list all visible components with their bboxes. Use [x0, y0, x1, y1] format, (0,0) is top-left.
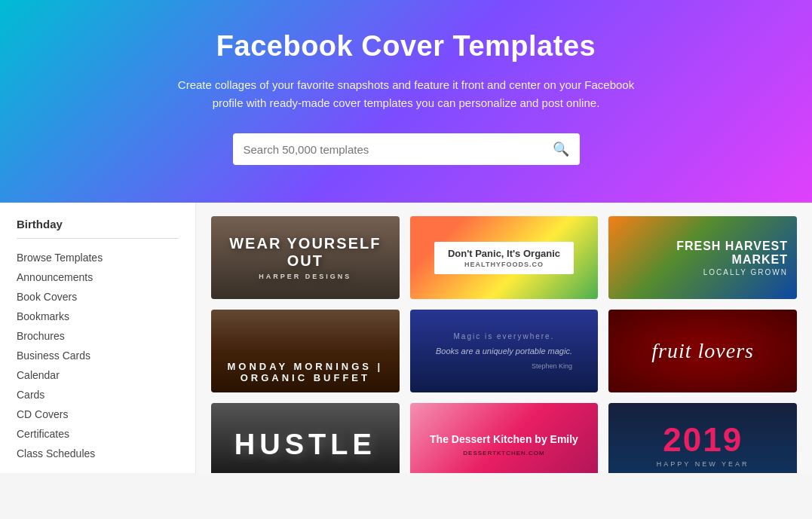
sidebar-item-cd-covers[interactable]: CD Covers — [17, 405, 179, 424]
page-title: Facebook Cover Templates — [15, 30, 797, 63]
template-card-hustle-text: HUSTLE — [234, 429, 376, 461]
template-card-fruit-lovers[interactable]: fruit lovers — [608, 310, 797, 392]
main-layout: Birthday Browse Templates Announcements … — [0, 203, 812, 473]
template-card-newyear-year: 2019 — [663, 421, 743, 459]
template-card-fashion-text: WEAR YOURSELF OUT HARPER DESIGNS — [211, 235, 400, 280]
sidebar-item-calendar[interactable]: Calendar — [17, 365, 179, 385]
template-card-newyear[interactable]: 2019 HAPPY NEW YEAR — [608, 403, 797, 473]
template-card-dessert-sub: DESSERTKTCHEN.COM — [463, 450, 544, 456]
sidebar-item-bookmarks[interactable]: Bookmarks — [17, 307, 179, 326]
sidebar-divider — [17, 238, 179, 239]
sidebar-item-business-cards[interactable]: Business Cards — [17, 346, 179, 365]
template-card-organic-text: Don't Panic, It's Organic HEALTHYFOODS.C… — [434, 242, 574, 274]
sidebar-item-class-schedules[interactable]: Class Schedules — [17, 444, 179, 463]
template-card-hustle[interactable]: HUSTLE — [211, 403, 400, 473]
template-card-market[interactable]: FRESH HARVEST MARKET LOCALLY GROWN — [608, 216, 797, 299]
template-card-quote-text: Books are a uniquely portable magic. — [436, 345, 572, 358]
search-input[interactable] — [244, 143, 553, 156]
search-icon[interactable]: 🔍 — [553, 141, 569, 157]
sidebar-item-announcements[interactable]: Announcements — [17, 267, 179, 287]
template-card-organic[interactable]: Don't Panic, It's Organic HEALTHYFOODS.C… — [410, 216, 599, 299]
template-card-fashion[interactable]: WEAR YOURSELF OUT HARPER DESIGNS — [211, 216, 400, 299]
template-card-buffet[interactable]: MONDAY MORNINGS | ORGANIC BUFFET — [211, 310, 400, 392]
template-card-market-text: FRESH HARVEST MARKET LOCALLY GROWN — [617, 240, 788, 276]
template-card-buffet-text: MONDAY MORNINGS | ORGANIC BUFFET — [211, 361, 400, 383]
template-card-newyear-sub: HAPPY NEW YEAR — [657, 460, 749, 468]
sidebar-item-cards[interactable]: Cards — [17, 385, 179, 405]
sidebar-item-certificates[interactable]: Certificates — [17, 424, 179, 444]
sidebar-item-book-covers[interactable]: Book Covers — [17, 287, 179, 307]
template-card-quote-attr: Stephen King — [436, 362, 572, 370]
sidebar-category-title: Birthday — [17, 218, 179, 230]
template-card-dessert[interactable]: The Dessert Kitchen by Emily DESSERTKTCH… — [410, 403, 599, 473]
page-subtitle: Create collages of your favorite snapsho… — [165, 76, 648, 112]
page-header: Facebook Cover Templates Create collages… — [0, 0, 812, 203]
template-card-books-quote[interactable]: Magic is everywhere. Books are a uniquel… — [410, 310, 599, 392]
sidebar-item-brochures[interactable]: Brochures — [17, 326, 179, 346]
template-card-quote-header: Magic is everywhere. — [436, 332, 572, 340]
template-gallery: WEAR YOURSELF OUT HARPER DESIGNS Don't P… — [196, 203, 812, 473]
sidebar-item-browse-templates[interactable]: Browse Templates — [17, 248, 179, 267]
template-grid: WEAR YOURSELF OUT HARPER DESIGNS Don't P… — [211, 216, 797, 473]
search-bar[interactable]: 🔍 — [233, 133, 580, 165]
template-card-dessert-text: The Dessert Kitchen by Emily — [430, 432, 578, 447]
sidebar: Birthday Browse Templates Announcements … — [0, 203, 196, 473]
template-card-fruit-lovers-text: fruit lovers — [651, 339, 754, 363]
